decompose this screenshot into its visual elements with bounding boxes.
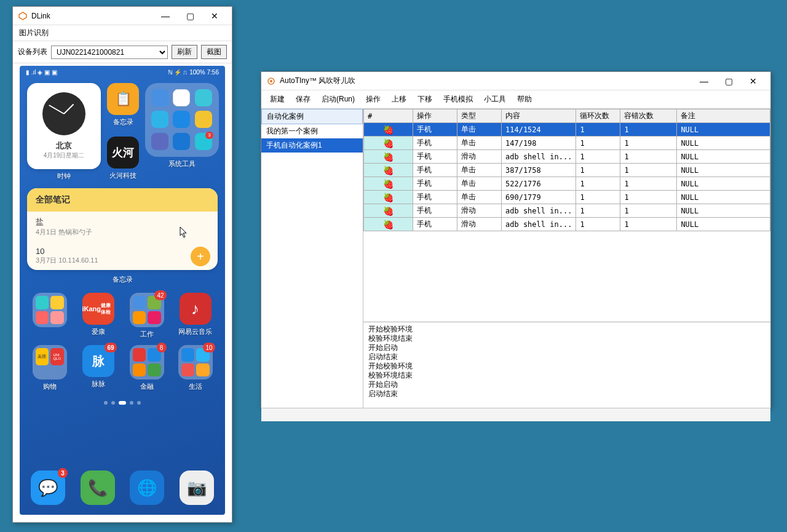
nfc-bt-icon: ℕ ⚡ ⎍ [168,69,188,76]
messages-app[interactable]: 💬 3 [31,470,65,505]
berry-icon: 🍓 [383,193,394,202]
finance-folder[interactable]: 8 [130,345,164,379]
notes-panel-label: 备忘录 [20,272,225,287]
ikang-app[interactable]: iKang健康体检 [82,293,114,325]
log-line: 开始校验环境 [368,362,765,371]
camera-app[interactable]: 📷 [180,470,214,505]
log-line: 校验环境结束 [368,371,765,380]
clock-face-icon [42,92,85,135]
netease-app[interactable]: ♪ [180,293,212,325]
column-header[interactable]: 操作 [413,109,457,123]
log-line: 启动结束 [368,389,765,399]
svg-marker-0 [19,12,26,20]
autotiny-title: AutoTIny™ 风吹呀儿吹 [280,76,692,86]
log-line: 开始启动 [368,343,765,352]
system-tools-folder[interactable]: 3 [145,83,219,157]
memo-app[interactable]: 📋 [107,83,139,115]
dlink-title: DLink [31,12,153,20]
log-line: 开始启动 [368,380,765,389]
column-header[interactable]: 循环次数 [576,109,620,123]
screenshot-button[interactable]: 截图 [201,45,227,59]
case-sidebar-header: 自动化案例 [261,109,363,124]
phone-screen: ▮ .ıl ◈ ▣ ▣ ℕ ⚡ ⎍ 100% 7:56 北京 4月19日星期二 … [20,66,225,515]
menu-item[interactable]: 启动(Run) [322,94,355,105]
clock-widget[interactable]: 北京 4月19日星期二 [27,83,101,169]
column-header[interactable]: 类型 [457,109,502,123]
autotiny-menubar: 新建保存启动(Run)操作上移下移手机模拟小工具帮助 [261,90,770,109]
menu-item[interactable]: 操作 [366,94,381,105]
berry-icon: 🍓 [383,179,394,189]
folder-row1-1[interactable] [33,293,67,327]
menu-item[interactable]: 保存 [296,94,310,105]
huohe-app[interactable]: 火河 [107,137,139,169]
autotiny-window: AutoTIny™ 风吹呀儿吹 — ▢ ✕ 新建保存启动(Run)操作上移下移手… [261,71,771,408]
page-indicator [20,397,225,408]
case-sidebar: 自动化案例 我的第一个案例手机自动化案例1 [261,109,363,408]
app-grid: iKang健康体检 爱康 42 工作 ♪ 网易云音乐 美团 UNIQLO [20,287,225,397]
minimize-button[interactable]: — [153,7,178,25]
dlink-window: DLink — ▢ ✕ 图片识别 设备列表 UJN0221421000821 刷… [12,6,232,523]
maximize-button[interactable]: ▢ [178,7,202,25]
phone-statusbar: ▮ .ıl ◈ ▣ ▣ ℕ ⚡ ⎍ 100% 7:56 [20,66,225,78]
menu-item[interactable]: 上移 [392,94,406,105]
log-line: 开始校验环境 [368,325,765,334]
column-header[interactable]: 容错次数 [620,109,677,123]
life-folder[interactable]: 10 [178,345,213,379]
autotiny-app-icon [266,76,276,86]
berry-icon: 🍓 [383,220,394,229]
table-row[interactable]: 🍓手机滑动adb shell in...11NULL [364,218,770,231]
close-button[interactable]: ✕ [202,7,227,25]
work-folder[interactable]: 42 [130,293,164,327]
steps-table: #操作类型内容循环次数容错次数备注 🍓手机单击114/152411NULL🍓手机… [363,109,770,231]
minimize-button[interactable]: — [692,72,716,90]
log-panel[interactable]: 开始校验环境校验环境结束开始启动启动结束开始校验环境校验环境结束开始启动启动结束 [363,322,770,408]
note-item-2[interactable]: 10 3月7日 10.114.60.11 + [27,242,218,270]
browser-app[interactable]: 🌐 [130,470,164,505]
memo-label: 备忘录 [113,117,133,127]
huohe-label: 火河科技 [109,171,136,180]
notes-widget[interactable]: 全部笔记 盐 4月1日 热锅和勺子 10 3月7日 10.114.60.11 + [27,188,218,270]
menu-item[interactable]: 帮助 [517,94,532,105]
menu-item[interactable]: 新建 [270,94,285,105]
device-select[interactable]: UJN0221421000821 [51,46,168,59]
shopping-folder[interactable]: 美团 UNIQLO [33,345,67,379]
menu-item[interactable]: 下移 [417,94,432,105]
huohe-text: 火河 [112,145,134,160]
column-header[interactable]: # [364,109,413,123]
maimai-app[interactable]: 脉 69 [82,345,114,377]
case-item[interactable]: 我的第一个案例 [261,124,363,138]
dlink-app-icon [18,11,28,21]
table-row[interactable]: 🍓手机滑动adb shell in...11NULL [364,150,770,164]
menu-image-recog[interactable]: 图片识别 [19,28,49,37]
table-row[interactable]: 🍓手机单击114/152411NULL [364,123,770,137]
column-header[interactable]: 内容 [502,109,576,123]
note-item-1[interactable]: 盐 4月1日 热锅和勺子 [27,212,218,242]
menu-item[interactable]: 小工具 [484,94,506,105]
device-list-label: 设备列表 [18,47,47,57]
dlink-toolbar: 设备列表 UJN0221421000821 刷新 截图 [13,41,232,63]
table-row[interactable]: 🍓手机单击522/177611NULL [364,177,770,191]
autotiny-statusbar [261,408,770,421]
berry-icon: 🍓 [383,125,394,135]
system-folder-label: 系统工具 [168,159,196,169]
phone-app[interactable]: 📞 [81,470,115,505]
menu-item[interactable]: 手机模拟 [443,94,473,105]
table-row[interactable]: 🍓手机滑动adb shell in...11NULL [364,204,770,218]
clock-date: 4月19日星期二 [44,151,85,160]
log-line: 校验环境结束 [368,334,765,343]
autotiny-titlebar[interactable]: AutoTIny™ 风吹呀儿吹 — ▢ ✕ [261,72,770,90]
notes-header: 全部笔记 [27,188,218,212]
table-row[interactable]: 🍓手机单击147/19811NULL [364,137,770,150]
clock-label: 时钟 [57,172,71,181]
refresh-button[interactable]: 刷新 [172,45,197,59]
dlink-titlebar[interactable]: DLink — ▢ ✕ [13,7,232,25]
column-header[interactable]: 备注 [677,109,770,123]
maximize-button[interactable]: ▢ [716,72,741,90]
case-item[interactable]: 手机自动化案例1 [261,138,363,153]
memo-icon: 📋 [115,91,132,107]
close-button[interactable]: ✕ [741,72,765,90]
berry-icon: 🍓 [383,138,394,148]
table-row[interactable]: 🍓手机单击690/177911NULL [364,191,770,204]
table-row[interactable]: 🍓手机单击387/175811NULL [364,164,770,177]
add-note-button[interactable]: + [191,247,210,266]
